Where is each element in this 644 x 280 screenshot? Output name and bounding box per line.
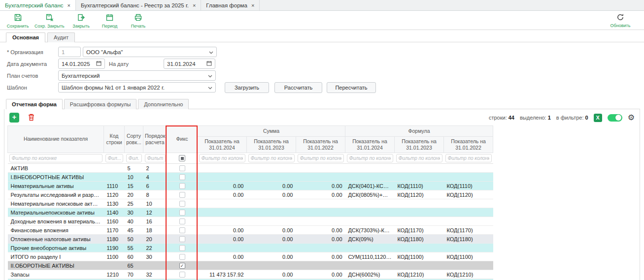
cell-fix[interactable]: [167, 199, 198, 208]
col-header-order[interactable]: Порядок расчета: [143, 126, 167, 153]
col-header-code[interactable]: Код строки: [104, 126, 125, 153]
col-header-name[interactable]: Наименование показателя: [8, 126, 104, 153]
cell-fix[interactable]: [167, 252, 198, 261]
organization-code-field[interactable]: 1: [58, 47, 81, 57]
calendar-icon[interactable]: [206, 61, 212, 67]
fix-checkbox[interactable]: [179, 245, 185, 251]
close-form-button[interactable]: Закрыть: [69, 13, 93, 29]
cell-sort: 45: [125, 226, 143, 235]
delete-row-button[interactable]: [28, 113, 35, 123]
fix-checkbox[interactable]: [179, 174, 185, 180]
col-header-sum-2024[interactable]: Показатель на 31.01.2024: [198, 137, 247, 153]
fix-checkbox[interactable]: [179, 227, 185, 233]
load-button[interactable]: Загрузить: [225, 82, 269, 93]
fix-checkbox[interactable]: [179, 201, 185, 207]
table-row[interactable]: Результаты исследований и разработок1120…: [8, 190, 493, 199]
col-header-formula-2022[interactable]: Показатель на 31.01.2022: [444, 137, 493, 153]
cell-sort: 15: [125, 182, 143, 190]
cell-name: Запасы: [8, 270, 104, 279]
table-row[interactable]: Финансовые вложения117045180.000.000.00Д…: [8, 226, 493, 235]
tab-audit[interactable]: Аудит: [47, 32, 75, 42]
table-row[interactable]: Запасы1210703211 473 157.920.000.00ДСН(6…: [8, 270, 493, 279]
cell-fix[interactable]: [167, 173, 198, 182]
filter-input-formula-2022[interactable]: [445, 154, 492, 162]
table-row[interactable]: АКТИВ52: [8, 164, 493, 173]
filter-input-sum-2024[interactable]: [199, 154, 245, 162]
table-row[interactable]: Нематериальные активы11101560.000.000.00…: [8, 182, 493, 190]
table-row[interactable]: ИТОГО по разделу I110060300.000.000.00СУ…: [8, 252, 493, 261]
table-row[interactable]: I.ВНЕОБОРОТНЫЕ АКТИВЫ104: [8, 173, 493, 182]
organization-select[interactable]: ООО "Альфа": [83, 47, 217, 57]
cell-fix[interactable]: [167, 208, 198, 217]
cell-fix[interactable]: [167, 235, 198, 244]
calculate-button[interactable]: Рассчитать: [274, 82, 322, 93]
save-button[interactable]: Сохранить: [6, 13, 30, 29]
window-tab-main-form[interactable]: Главная форма ×: [201, 0, 260, 10]
doc-date-field[interactable]: 14.01.2025: [58, 59, 105, 69]
close-icon[interactable]: ×: [68, 2, 70, 8]
fix-checkbox[interactable]: [179, 165, 185, 171]
filter-input-sort[interactable]: [126, 154, 142, 162]
fix-checkbox[interactable]: [179, 218, 185, 224]
cell-fix[interactable]: [167, 226, 198, 235]
cell-fix[interactable]: [167, 164, 198, 173]
close-icon[interactable]: ×: [193, 2, 196, 8]
fix-checkbox[interactable]: [179, 254, 185, 260]
tab-additional[interactable]: Дополнительно: [138, 99, 189, 109]
fix-select-all-checkbox[interactable]: [179, 155, 185, 161]
tab-main[interactable]: Основная: [6, 32, 45, 42]
filter-input-name[interactable]: [9, 154, 102, 162]
chart-of-accounts-select[interactable]: Бухгалтерский: [58, 70, 216, 81]
refresh-button[interactable]: Обновить: [609, 13, 632, 28]
cell-fix[interactable]: [167, 217, 198, 226]
refresh-icon: [616, 13, 624, 23]
close-icon[interactable]: ×: [251, 2, 254, 8]
save-close-button[interactable]: Сохр. Закрыть: [34, 13, 65, 29]
col-header-formula-2024[interactable]: Показатель на 31.01.2024: [345, 137, 395, 153]
window-tab-balance[interactable]: Бухгалтерский баланс ×: [0, 0, 76, 10]
col-header-formula-2023[interactable]: Показатель на 31.01.2023: [395, 137, 444, 153]
cell-sum-2023: [247, 261, 296, 270]
cell-fix[interactable]: [167, 244, 198, 252]
col-header-sum-2022[interactable]: Показатель на 31.01.2022: [296, 137, 345, 153]
on-date-field[interactable]: 31.01.2024: [164, 59, 215, 69]
fix-checkbox[interactable]: ✓: [179, 263, 185, 269]
fix-checkbox[interactable]: [179, 236, 185, 242]
gear-icon[interactable]: ⚙: [628, 114, 635, 122]
table-row[interactable]: Материальныепоисковые активы11403012: [8, 208, 493, 217]
fix-checkbox[interactable]: [179, 210, 185, 216]
table-row[interactable]: Прочие внеоборотные активы11905522: [8, 244, 493, 252]
cell-fix[interactable]: [167, 182, 198, 190]
filter-input-code[interactable]: [105, 154, 123, 162]
tab-formula-decode[interactable]: Расшифровка формулы: [64, 99, 136, 109]
col-header-sum-2023[interactable]: Показатель на 31.01.2023: [247, 137, 296, 153]
filter-input-sum-2022[interactable]: [298, 154, 344, 162]
add-row-button[interactable]: +: [9, 113, 19, 123]
fix-checkbox[interactable]: [179, 183, 185, 189]
fix-checkbox[interactable]: [179, 192, 185, 198]
cell-fix[interactable]: [167, 270, 198, 279]
window-tab-registry[interactable]: Бухгалтерский баланс - Реестр за 2025 г.…: [76, 0, 201, 10]
cell-fix[interactable]: [167, 190, 198, 199]
col-header-fix[interactable]: Фикс: [167, 126, 198, 153]
col-header-sort[interactable]: Сорту ровк...: [125, 126, 143, 153]
cell-fix[interactable]: ✓: [167, 261, 198, 270]
table-row[interactable]: Доходные вложения в материальные ц...116…: [8, 217, 493, 226]
filter-input-order[interactable]: [145, 154, 166, 162]
tab-report-form[interactable]: Отчетная форма: [6, 99, 63, 109]
cell-formula-2023: КОД(1110): [395, 182, 444, 190]
export-excel-icon[interactable]: X: [594, 114, 602, 122]
table-row[interactable]: II.ОБОРОТНЫЕ АКТИВЫ65✓: [8, 261, 493, 270]
filter-toggle[interactable]: [608, 114, 622, 122]
table-row[interactable]: Нематериальные поисковые активы11302510: [8, 199, 493, 208]
table-row[interactable]: Отложенные налоговые активы118050200.000…: [8, 235, 493, 244]
period-button[interactable]: Период: [98, 13, 122, 29]
print-button[interactable]: Печать: [127, 13, 150, 29]
filter-input-sum-2023[interactable]: [248, 154, 295, 162]
fix-checkbox[interactable]: [179, 272, 185, 278]
filter-input-formula-2024[interactable]: [347, 154, 393, 162]
recalculate-button[interactable]: Пересчитать: [327, 82, 376, 93]
template-select[interactable]: Шаблон формы №1 от 1 января 2022 г.: [58, 82, 216, 93]
calendar-icon[interactable]: [96, 61, 102, 67]
filter-input-formula-2023[interactable]: [396, 154, 442, 162]
